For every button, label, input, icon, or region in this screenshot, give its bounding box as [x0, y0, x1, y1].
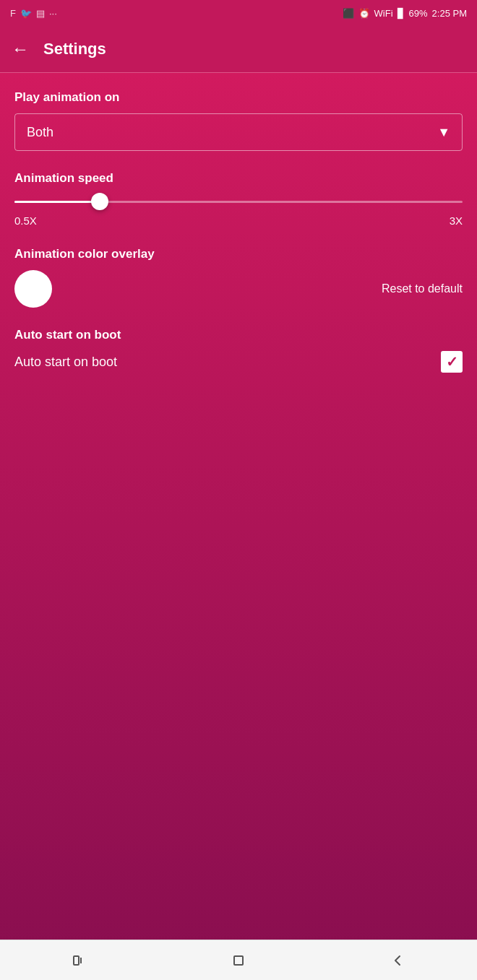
svg-rect-2: [234, 956, 243, 965]
color-picker-circle[interactable]: [14, 270, 52, 308]
auto-start-section: Auto start on boot Auto start on boot ✓: [14, 328, 463, 373]
page-title: Settings: [43, 40, 106, 58]
back-nav-button[interactable]: [380, 943, 415, 978]
slider-fill: [14, 201, 100, 203]
play-animation-dropdown[interactable]: Both ▼: [14, 113, 463, 151]
color-overlay-section: Animation color overlay Reset to default: [14, 247, 463, 308]
signal-icon: ▊: [398, 8, 405, 19]
app-bar: ← Settings: [0, 26, 477, 72]
status-icon-menu: ▤: [36, 8, 45, 19]
back-nav-icon: [389, 952, 406, 969]
slider-min-label: 0.5X: [14, 214, 37, 227]
play-animation-section: Play animation on Both ▼: [14, 90, 463, 151]
reset-to-default-button[interactable]: Reset to default: [382, 282, 463, 295]
recent-apps-button[interactable]: [62, 943, 97, 978]
slider-max-label: 3X: [450, 214, 463, 227]
home-button[interactable]: [221, 943, 256, 978]
battery-percent: 69%: [409, 8, 428, 19]
wifi-icon: WiFi: [374, 8, 393, 19]
dropdown-selected-value: Both: [27, 125, 53, 140]
play-animation-label: Play animation on: [14, 90, 463, 105]
svg-rect-0: [74, 956, 79, 965]
color-overlay-row: Reset to default: [14, 270, 463, 308]
auto-start-row-label: Auto start on boot: [14, 355, 117, 370]
status-icon-f: F: [10, 8, 16, 19]
status-bar-left: F 🐦 ▤ ···: [10, 8, 57, 19]
auto-start-section-label: Auto start on boot: [14, 328, 463, 342]
status-icon-dots: ···: [49, 8, 57, 19]
animation-speed-section: Animation speed 0.5X 3X: [14, 171, 463, 227]
slider-labels: 0.5X 3X: [14, 214, 463, 227]
time-display: 2:25 PM: [432, 8, 467, 19]
settings-content: Play animation on Both ▼ Animation speed…: [0, 73, 477, 940]
nav-bar: [0, 940, 477, 980]
home-icon: [230, 952, 247, 969]
checkmark-icon: ✓: [446, 355, 458, 369]
back-button[interactable]: ←: [12, 40, 29, 58]
color-overlay-label: Animation color overlay: [14, 247, 463, 261]
recent-apps-icon: [71, 952, 88, 969]
chevron-down-icon: ▼: [437, 125, 450, 140]
alarm-icon: ⏰: [358, 8, 370, 19]
auto-start-checkbox[interactable]: ✓: [441, 351, 463, 373]
slider-container[interactable]: [14, 194, 463, 209]
auto-start-row: Auto start on boot ✓: [14, 351, 463, 373]
status-bar-right: ⬛ ⏰ WiFi ▊ 69% 2:25 PM: [343, 8, 467, 19]
status-icon-twitter: 🐦: [20, 8, 32, 19]
cast-icon: ⬛: [343, 8, 354, 19]
status-bar: F 🐦 ▤ ··· ⬛ ⏰ WiFi ▊ 69% 2:25 PM: [0, 0, 477, 26]
slider-thumb[interactable]: [91, 193, 108, 210]
animation-speed-label: Animation speed: [14, 171, 463, 186]
slider-track: [14, 201, 463, 203]
